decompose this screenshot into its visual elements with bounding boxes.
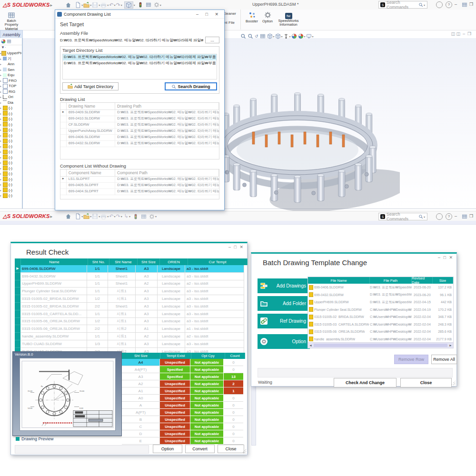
table-icon[interactable] xyxy=(146,2,151,8)
tree-item[interactable]: ▸FRO xyxy=(0,78,22,84)
batch-property-material-button[interactable]: Batch Property Material xyxy=(2,10,21,31)
size-column-header[interactable]: Sht Size xyxy=(122,353,160,359)
mid-undo-icon[interactable]: ↶ xyxy=(109,213,113,219)
options-gear-icon[interactable] xyxy=(154,2,159,8)
size-row[interactable]: A(PT)UnspecifiedNot applicable0 xyxy=(122,409,245,416)
cdl-window-controls[interactable]: – □ ✕ xyxy=(196,12,221,17)
column-header[interactable]: Drawing Path xyxy=(115,103,219,110)
mid-save-icon[interactable] xyxy=(92,213,98,219)
batch-file-row[interactable]: 0315 01005-03_CARTELA.SLDDRWC:₩Users₩HP₩… xyxy=(308,321,453,328)
batch-resize-grip[interactable] xyxy=(451,381,456,385)
tree-item[interactable]: ▸Dia xyxy=(0,100,22,106)
rc-row[interactable]: Plunger Cylinder Seal.SLDDRW1/1시트1A3Land… xyxy=(15,288,248,295)
rc-row[interactable]: 0315 01005-02_BRIDA.SLDDRW1/2시트1A3Landsc… xyxy=(15,295,248,303)
rc-row[interactable]: 0315 01005-06_OREJA.SLDDRW1/2시트1A3Landsc… xyxy=(15,318,248,326)
search-drawing-button[interactable]: Search Drawing xyxy=(165,82,217,90)
rc-row[interactable]: TUBO CUAD.SLDDRW1/3시트1A3Landscapea3 - is… xyxy=(15,340,248,348)
mid-new-document-icon[interactable] xyxy=(75,213,81,219)
tree-item[interactable]: ▸(-) xyxy=(0,155,22,160)
batch-file-row[interactable]: 699-0432.SLDDRWD:₩03. 프로젝트₩SpeedWorks₩02… xyxy=(308,291,453,299)
featuremanager-tab-icon[interactable] xyxy=(1,39,6,44)
table-row[interactable]: ▸699-0409.SLDDRWD:₩03. 프로젝트₩SpeedWorks₩0… xyxy=(60,110,219,116)
user-account-icon[interactable] xyxy=(436,1,443,9)
tree-item[interactable]: ▸Sen xyxy=(0,67,22,73)
add-drawings-button[interactable]: Add Drawings xyxy=(258,278,310,293)
result-close-button[interactable]: Close xyxy=(218,445,244,453)
column-header[interactable]: Component Path xyxy=(115,169,219,177)
rc-row[interactable]: 0315 01005-06_OREJA.SLDDRW2/2시트2A1Landsc… xyxy=(15,325,248,333)
table-row[interactable]: 699-0410.SLDDRWD:₩03. 프로젝트₩SpeedWorks₩02… xyxy=(60,116,219,122)
rc-row[interactable]: ▶699-0406.SLDDRW1/1Sheet1A3Landscapea3 -… xyxy=(15,265,248,273)
batch-file-row[interactable]: UpperPH699.SLDDRWD:₩03. 프로젝트₩SpeedWorks₩… xyxy=(308,298,453,306)
open-icon[interactable] xyxy=(83,2,89,8)
rc-row[interactable]: UpperPH699.SLDDRW1/1Sheet1A2Landscapea2 … xyxy=(15,280,248,288)
rc-column-header[interactable]: Sht No. xyxy=(88,258,109,265)
zoom-area-icon[interactable] xyxy=(248,33,253,39)
batch-column-header[interactable]: Revised Date xyxy=(412,277,433,284)
batch-file-row[interactable]: 0315 01005-06_OREJA.SLDDRWC:₩Users₩HP₩De… xyxy=(308,328,453,336)
result-check-window-controls[interactable]: – □ ✕ xyxy=(228,245,244,249)
batch-option-button[interactable]: Option xyxy=(258,334,310,349)
batch-file-row[interactable]: Plunger Cylinder Seal.SLDDRWC:₩Users₩HP₩… xyxy=(308,306,453,314)
search-commands-input[interactable]: S Search Commands ▾ xyxy=(378,1,427,9)
save-icon[interactable] xyxy=(92,2,98,8)
result-option-button[interactable]: Option xyxy=(153,445,182,453)
rc-row[interactable]: 0315 01005-03_CARTELA.SLDD...1/1시트1A3Lan… xyxy=(15,310,248,318)
batch-file-row[interactable]: 0315 01005-02_BRIDA.SLDDRWC:₩Users₩HP₩De… xyxy=(308,313,453,321)
section-view-icon[interactable] xyxy=(260,33,266,39)
new-document-icon[interactable] xyxy=(75,2,81,8)
rebuild-traffic-light-icon[interactable] xyxy=(138,2,143,8)
tab-assembly[interactable]: Assembly xyxy=(0,30,23,39)
table-row[interactable]: 699-0432.SLDDRWD:₩03. 프로젝트₩SpeedWorks₩02… xyxy=(60,141,219,147)
mid-search-commands-input[interactable]: S Search Commands ▾ xyxy=(378,213,427,220)
viewport-pane-controls[interactable]: ◫ ◫ – ❐ xyxy=(451,31,471,36)
menu-expand-arrow[interactable]: ▶ xyxy=(50,3,53,7)
tree-item[interactable]: ▸(-) xyxy=(0,166,22,171)
redo-icon[interactable]: ↷ xyxy=(116,2,120,8)
size-row[interactable]: AUnspecifiedNot applicable0 xyxy=(122,402,245,409)
ref-drawing-button[interactable]: Ref Drawing xyxy=(258,314,310,328)
check-and-change-button[interactable]: Check And Change xyxy=(334,378,397,387)
batch-close-button[interactable]: Close xyxy=(400,378,452,387)
mid-search-icon[interactable] xyxy=(418,214,423,219)
tree-item[interactable]: ▸(-) xyxy=(0,127,22,133)
add-target-directory-button[interactable]: Add Target Directory xyxy=(62,82,119,90)
table-row[interactable]: 699-0404.SLDPRTD:₩03. 프로젝트₩SpeedWorks₩02… xyxy=(60,189,219,195)
mid-open-icon[interactable] xyxy=(83,213,89,219)
batch-file-row[interactable]: handle_assembly.SLDDRWC:₩Users₩HP₩Deskto… xyxy=(308,336,453,343)
result-resize-grip[interactable] xyxy=(242,449,246,454)
tree-item[interactable]: ▸(-) xyxy=(0,160,22,166)
size-row[interactable]: BUnspecifiedNot applicable0 xyxy=(122,416,245,423)
table-row[interactable]: 699-0405.SLDPRTD:₩03. 프로젝트₩SpeedWorks₩02… xyxy=(60,183,219,189)
batch-column-header[interactable]: File Path xyxy=(370,277,412,284)
size-row[interactable]: DUnspecifiedNot applicable0 xyxy=(122,430,245,437)
mid-help-icon[interactable]: ? xyxy=(446,213,452,220)
mid-print-icon[interactable] xyxy=(100,213,107,219)
mid-home-icon[interactable] xyxy=(65,213,71,219)
size-row[interactable]: A0UnspecifiedNot applicable0 xyxy=(122,395,245,402)
rc-column-header[interactable]: Sht Size xyxy=(138,258,160,265)
add-folder-button[interactable]: Add Folder xyxy=(258,296,310,311)
restore-button[interactable]: ❐ xyxy=(469,2,473,7)
rc-column-header[interactable]: Cur Tempt xyxy=(188,258,248,265)
search-dropdown-icon[interactable]: ▾ xyxy=(424,3,425,7)
print-icon[interactable] xyxy=(100,2,107,8)
size-row[interactable]: A3SpecifiedNot applicable13 xyxy=(122,373,245,380)
view-orientation-icon[interactable] xyxy=(275,33,281,39)
3d-model-upper-punch-ring[interactable] xyxy=(209,83,400,212)
size-row[interactable]: CUnspecifiedNot applicable0 xyxy=(122,423,245,430)
column-header[interactable]: Drawing Name xyxy=(67,103,115,110)
minimize-button[interactable]: – xyxy=(455,2,457,7)
undo-icon[interactable]: ↶ xyxy=(109,2,113,8)
mid-select-icon[interactable]: ↳ xyxy=(124,213,129,219)
size-row[interactable]: A2UnspecifiedNot applicable2 xyxy=(122,380,245,387)
tree-item[interactable]: ▸Ori xyxy=(0,94,22,100)
tree-item[interactable]: ▸(-) xyxy=(0,111,22,117)
mid-traffic-light-icon[interactable] xyxy=(133,214,139,219)
select-tool-icon[interactable] xyxy=(124,1,133,9)
batch-column-header[interactable]: Size xyxy=(433,277,453,284)
tree-item[interactable]: ▸(-) xyxy=(0,182,22,188)
tree-item[interactable]: ▸(-) xyxy=(0,133,22,139)
rc-row[interactable]: 0315 01005-02_BRIDA.SLDDRW2/2Sheet1A3Lan… xyxy=(15,303,248,310)
speedworks-information-button[interactable]: fw SpeedWorks Information xyxy=(276,10,301,27)
